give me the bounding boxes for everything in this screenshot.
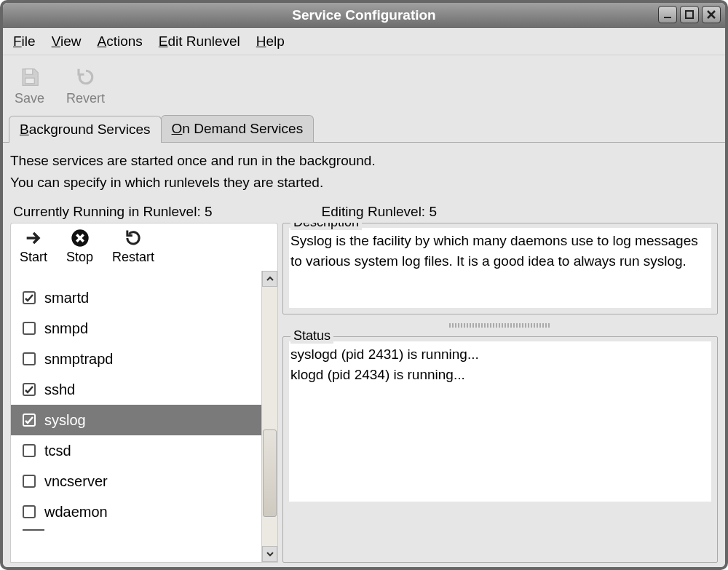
service-name: sshd (44, 381, 75, 398)
intro-text: These services are started once and run … (10, 150, 718, 194)
list-item[interactable]: snmpd (11, 313, 261, 344)
runlevel-info: Currently Running in Runlevel: 5 Editing… (10, 204, 718, 220)
list-item[interactable]: snmptrapd (11, 344, 261, 374)
menu-actions[interactable]: Actions (97, 33, 142, 50)
tab-on-demand-services[interactable]: On Demand Services (161, 115, 314, 142)
service-name: vncserver (44, 473, 108, 490)
splitter[interactable] (282, 320, 718, 330)
service-name: syslog (44, 412, 86, 429)
stop-label: Stop (66, 250, 93, 265)
restart-label: Restart (112, 250, 154, 265)
service-name: wdaemon (44, 504, 108, 520)
revert-icon (74, 66, 98, 88)
restart-button[interactable]: Restart (112, 228, 154, 265)
service-checkbox[interactable] (23, 383, 36, 396)
list-item[interactable]: vncserver (11, 466, 261, 496)
window-title: Service Configuration (292, 7, 435, 23)
list-item[interactable] (11, 271, 261, 282)
menu-help[interactable]: Help (256, 33, 285, 50)
service-checkbox[interactable] (23, 352, 36, 365)
service-actions-toolbar: Start Stop Restart (10, 223, 278, 271)
scrollbar[interactable] (261, 271, 277, 562)
menubar: File View Actions Edit Runlevel Help (3, 28, 725, 55)
start-icon (23, 228, 44, 248)
service-list-wrap: smartdsnmpdsnmptrapdsshdsyslogtcsdvncser… (10, 271, 278, 563)
service-list[interactable]: smartdsnmpdsnmptrapdsshdsyslogtcsdvncser… (11, 271, 261, 562)
service-checkbox[interactable] (23, 413, 36, 427)
service-checkbox[interactable] (23, 475, 36, 488)
content-area: These services are started once and run … (3, 143, 725, 567)
list-item[interactable]: wdaemon (11, 496, 261, 527)
menu-view[interactable]: View (52, 33, 82, 50)
splitter-grip-icon (449, 323, 551, 328)
status-line: klogd (pid 2434) is running... (290, 365, 710, 385)
save-button[interactable]: Save (15, 66, 44, 106)
service-checkbox[interactable] (23, 322, 36, 335)
intro-line-1: These services are started once and run … (10, 150, 718, 172)
left-pane: Start Stop Restart smartdsnmpdsnmptrapds… (10, 223, 278, 563)
service-name: smartd (44, 290, 89, 306)
description-body: Syslog is the facility by which many dae… (289, 228, 711, 308)
titlebar[interactable]: Service Configuration (3, 3, 725, 28)
start-button[interactable]: Start (20, 228, 47, 265)
window-controls (658, 6, 721, 23)
service-checkbox[interactable] (23, 505, 36, 518)
start-label: Start (20, 250, 47, 265)
restart-icon (122, 228, 144, 248)
main-toolbar: Save Revert (3, 55, 725, 112)
svg-rect-0 (664, 17, 671, 18)
tab-row: Background Services On Demand Services (3, 112, 725, 143)
maximize-button[interactable] (680, 6, 699, 23)
status-legend: Status (290, 328, 333, 344)
stop-button[interactable]: Stop (66, 228, 93, 265)
svg-rect-4 (25, 68, 32, 74)
menu-edit-runlevel[interactable]: Edit Runlevel (159, 33, 240, 50)
service-checkbox[interactable] (23, 444, 36, 457)
list-item[interactable]: tcsd (11, 435, 261, 466)
close-button[interactable] (702, 6, 721, 23)
scroll-up-icon[interactable] (262, 271, 277, 287)
app-window: Service Configuration File View Actions … (0, 0, 728, 570)
service-name: tcsd (44, 443, 71, 459)
work-area: Start Stop Restart smartdsnmpdsnmptrapds… (10, 223, 718, 563)
right-pane: Description Syslog is the facility by wh… (278, 223, 718, 563)
description-fieldset: Description Syslog is the facility by wh… (282, 223, 718, 314)
current-runlevel: Currently Running in Runlevel: 5 (10, 204, 213, 220)
save-label: Save (15, 91, 44, 106)
service-checkbox[interactable] (23, 291, 36, 304)
list-item[interactable]: smartd (11, 282, 261, 313)
service-name: snmptrapd (44, 351, 114, 368)
revert-label: Revert (66, 91, 105, 106)
svg-rect-5 (25, 78, 34, 84)
scroll-track[interactable] (262, 287, 277, 546)
description-legend: Description (290, 223, 362, 230)
status-body: syslogd (pid 2431) is running... klogd (… (289, 341, 711, 502)
list-item[interactable]: syslog (11, 405, 261, 435)
intro-line-2: You can specify in which runlevels they … (10, 172, 718, 194)
minimize-button[interactable] (658, 6, 677, 23)
service-name: snmpd (44, 320, 88, 337)
revert-button[interactable]: Revert (66, 66, 105, 106)
editing-runlevel: Editing Runlevel: 5 (322, 204, 437, 220)
stop-icon (69, 228, 91, 248)
tab-background-services[interactable]: Background Services (9, 116, 162, 143)
list-item-cutoff (11, 527, 261, 531)
scroll-down-icon[interactable] (262, 546, 277, 562)
status-fieldset: Status syslogd (pid 2431) is running... … (282, 336, 718, 563)
svg-rect-1 (686, 11, 693, 18)
scroll-thumb[interactable] (263, 430, 277, 517)
list-item[interactable]: sshd (11, 374, 261, 405)
status-line: syslogd (pid 2431) is running... (290, 344, 710, 365)
menu-file[interactable]: File (13, 33, 36, 50)
save-icon (17, 66, 42, 88)
